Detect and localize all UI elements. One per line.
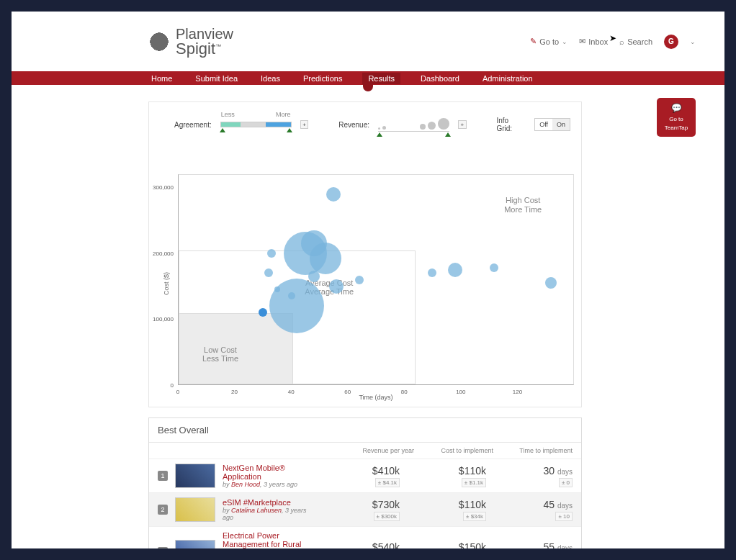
column-header: Cost to implement	[414, 447, 493, 454]
idea-meta: by Ben Hood, 3 years ago	[223, 481, 313, 488]
table-row[interactable]: 1NextGen Mobile® Applicationby Ben Hood,…	[149, 459, 581, 492]
slider-handle-left-icon[interactable]	[220, 128, 225, 132]
idea-meta: by Catalina Lahusen, 3 years ago	[223, 507, 313, 521]
y-tick: 0	[149, 382, 174, 389]
brand-line2: Spigit™	[176, 41, 233, 57]
chevron-down-icon: ⌄	[562, 38, 567, 45]
x-tick: 120	[513, 389, 522, 395]
x-tick: 20	[231, 389, 238, 395]
nav-predictions[interactable]: Predictions	[300, 73, 345, 84]
rank-badge: 1	[158, 471, 168, 481]
revenue-dot-icon	[420, 124, 426, 130]
quadrant-label-high: High CostMore Time	[504, 196, 542, 214]
inbox-link[interactable]: ✉ Inbox	[579, 37, 608, 46]
page-bg: Planview Spigit™ ✎ Go to ⌄ ✉ Inbox ⌕ Sea…	[12, 12, 724, 548]
metric-time: 45 days± 10	[493, 499, 573, 521]
bubble[interactable]	[428, 268, 436, 277]
bubble[interactable]	[355, 276, 364, 284]
hanging-badge-icon	[363, 83, 373, 91]
best-overall-title: Best Overall	[149, 418, 581, 443]
agreement-slider[interactable]: Less More	[220, 122, 292, 127]
brand-logo[interactable]: Planview Spigit™	[148, 27, 233, 57]
revenue-dot-icon	[378, 127, 380, 130]
app-frame: Planview Spigit™ ✎ Go to ⌄ ✉ Inbox ⌕ Sea…	[0, 0, 736, 560]
idea-thumbnail[interactable]	[175, 464, 215, 488]
y-tick: 200,000	[149, 250, 174, 256]
bubble[interactable]	[310, 243, 341, 274]
revenue-slider[interactable]	[378, 118, 449, 132]
chart-controls: Agreement: Less More + Revenue:	[174, 117, 570, 132]
info-grid-toggle: Off On	[534, 118, 570, 131]
nav-results[interactable]: Results	[362, 73, 400, 84]
slider-handle-right-icon[interactable]	[287, 128, 292, 132]
nav-submit-idea[interactable]: Submit Idea	[192, 73, 241, 84]
chat-icon: 💬	[671, 103, 682, 113]
agreement-label: Agreement:	[174, 121, 212, 129]
search-icon: ⌕	[619, 37, 624, 46]
bubble[interactable]	[267, 249, 276, 258]
bubble[interactable]	[490, 263, 498, 272]
metric-cost: $150k± $36k	[407, 541, 486, 549]
search-link[interactable]: ⌕ Search	[619, 37, 652, 46]
user-chevron-down-icon[interactable]: ⌄	[690, 38, 696, 45]
x-tick: 0	[176, 389, 179, 395]
revenue-dot-icon	[438, 118, 449, 130]
cursor-icon: ➤	[609, 33, 616, 43]
bubble-chart[interactable]: Cost ($) Time (days) Low CostLess Time A…	[178, 174, 574, 385]
bubble[interactable]	[545, 277, 557, 289]
bubble[interactable]	[269, 279, 324, 333]
bubble[interactable]	[326, 187, 341, 202]
nav-ideas[interactable]: Ideas	[258, 73, 283, 84]
nav-dashboard[interactable]: Dashboard	[418, 73, 462, 84]
slider-handle-right-icon[interactable]	[445, 132, 451, 137]
metric-cost: $110k± $34k	[407, 499, 486, 521]
quadrant-label-low: Low CostLess Time	[202, 346, 238, 363]
teamtap-button[interactable]: 💬 Go to TeamTap	[657, 98, 696, 137]
nav-home[interactable]: Home	[148, 73, 175, 84]
revenue-expand-button[interactable]: +	[458, 120, 467, 129]
idea-thumbnail[interactable]	[175, 497, 215, 522]
idea-title[interactable]: NextGen Mobile® Application	[223, 464, 313, 481]
x-tick: 40	[288, 389, 295, 395]
x-tick: 60	[344, 389, 351, 395]
bubble[interactable]	[329, 279, 344, 294]
metric-time: 30 days± 0	[493, 465, 573, 487]
table-row[interactable]: 2eSIM #Marketplaceby Catalina Lahusen, 3…	[149, 492, 581, 526]
metric-cost: $110k± $1.1k	[407, 465, 486, 487]
goto-menu[interactable]: ✎ Go to ⌄	[530, 37, 567, 46]
revenue-label: Revenue:	[338, 121, 369, 129]
best-header-row: Revenue per yearCost to implementTime to…	[149, 443, 581, 459]
slider-handle-left-icon[interactable]	[377, 132, 382, 137]
idea-info: NextGen Mobile® Applicationby Ben Hood, …	[223, 464, 313, 488]
idea-title[interactable]: Electrical Power Management for Rural Ar…	[223, 531, 313, 548]
rank-badge: 2	[158, 505, 168, 515]
y-axis-label: Cost ($)	[163, 271, 170, 294]
idea-title[interactable]: eSIM #Marketplace	[223, 498, 313, 507]
info-grid-off[interactable]: Off	[535, 119, 552, 130]
x-tick: 100	[456, 389, 465, 395]
nav-administration[interactable]: Administration	[480, 73, 536, 84]
plot-area: Low CostLess Time Average CostAverage Ti…	[178, 174, 574, 385]
bubble[interactable]	[448, 263, 462, 277]
mail-icon: ✉	[579, 37, 585, 46]
column-header: Revenue per year	[335, 447, 414, 454]
info-grid-on[interactable]: On	[552, 119, 570, 130]
revenue-dot-icon	[382, 126, 386, 130]
table-row[interactable]: 3Electrical Power Management for Rural A…	[149, 526, 581, 548]
best-rows: 1NextGen Mobile® Applicationby Ben Hood,…	[149, 459, 581, 548]
y-tick: 100,000	[149, 316, 174, 322]
y-tick: 300,000	[149, 184, 174, 191]
revenue-dot-icon	[428, 122, 436, 130]
info-grid-label: Info Grid:	[496, 117, 526, 132]
bubble[interactable]	[259, 308, 267, 317]
avatar[interactable]: G	[664, 35, 678, 49]
agreement-expand-button[interactable]: +	[300, 120, 309, 129]
idea-info: eSIM #Marketplaceby Catalina Lahusen, 3 …	[223, 498, 313, 521]
metric-time: 55 days± 10	[493, 541, 573, 549]
idea-thumbnail[interactable]	[175, 540, 215, 548]
chart-panel: Agreement: Less More + Revenue:	[148, 101, 582, 407]
bubble[interactable]	[264, 268, 273, 277]
best-overall-panel: Best Overall Revenue per yearCost to imp…	[148, 417, 582, 548]
metric-revenue: $730k± $300k	[320, 499, 400, 521]
metric-revenue: $540k± $110k	[320, 541, 400, 549]
